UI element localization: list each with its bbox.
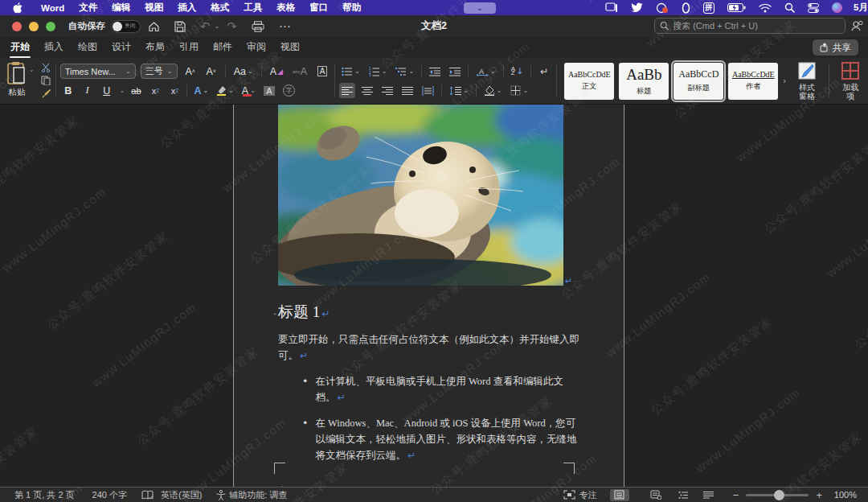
undo-chevron-icon[interactable]: ⌄ [215,23,220,30]
sea-otter-photo[interactable] [278,105,563,286]
shrink-font-button[interactable]: A˅ [203,64,219,79]
styles-gallery-more-icon[interactable]: › [783,76,786,85]
change-case-button[interactable]: Aa⌄ [231,64,256,79]
align-right-button[interactable] [379,83,395,98]
style-title[interactable]: AaBb 标题 [619,63,669,100]
text-effects-button[interactable]: A⌄ [191,83,211,98]
search-field[interactable] [654,18,845,34]
menubar-item-format[interactable]: 格式 [203,2,236,14]
apple-menu-icon[interactable] [13,2,23,14]
language-indicator[interactable]: 英语(英国) [161,489,202,501]
bold-button[interactable]: B [60,83,76,98]
align-center-button[interactable] [359,83,375,98]
numbered-list-button[interactable]: 123 ⌄ [366,64,390,79]
twitter-icon[interactable] [631,2,643,13]
subscript-button[interactable]: x2 [147,83,163,98]
zoom-in-button[interactable]: + [813,489,825,501]
increase-indent-button[interactable] [447,64,463,79]
tab-references[interactable]: 引用 [172,36,206,60]
asian-layout-button[interactable]: A ⌄ [473,64,498,79]
accessibility-status[interactable]: 辅助功能: 调查 [229,489,287,501]
font-color-button[interactable]: A⌄ [240,83,258,98]
cut-icon[interactable] [41,63,51,72]
style-subtitle[interactable]: AaBbCcD 副标题 [674,63,723,100]
character-border-button[interactable]: A [314,64,330,79]
justify-button[interactable] [399,83,416,98]
accessibility-icon[interactable] [216,490,226,500]
menubar-item-table[interactable]: 表格 [269,2,302,14]
menubar-item-insert[interactable]: 插入 [170,2,203,14]
document-canvas[interactable]: ↵ · 标题 1 ↵ 要立即开始，只需点击任何占位符文本（例如此文本）并开始键入… [0,105,868,487]
pinyin-input-icon[interactable]: 拼 [703,2,714,14]
document-page[interactable]: ↵ · 标题 1 ↵ 要立即开始，只需点击任何占位符文本（例如此文本）并开始键入… [233,105,624,487]
tab-insert[interactable]: 插入 [37,36,71,60]
menubar-collapse-chevron-icon[interactable]: ⌄ [464,2,496,14]
menubar-item-file[interactable]: 文件 [72,2,104,14]
proofing-icon[interactable] [141,490,154,500]
format-painter-icon[interactable] [41,88,51,98]
paste-button[interactable]: 粘贴 [6,61,27,98]
undo-icon[interactable]: ↶ [200,19,211,34]
wifi-icon[interactable] [759,3,772,13]
heading-1-text[interactable]: 标题 1 [278,302,320,323]
addins-button[interactable]: 加载项 [833,58,868,104]
strikethrough-button[interactable]: ab [128,83,144,98]
tab-view[interactable]: 视图 [273,36,307,60]
align-left-button[interactable] [339,83,355,98]
menubar-item-word[interactable]: Word [34,3,72,13]
copy-icon[interactable] [41,76,51,85]
tab-layout[interactable]: 布局 [138,36,172,60]
menubar-item-window[interactable]: 窗口 [302,2,335,14]
style-normal[interactable]: AaBbCcDdE 正文 [564,63,614,100]
search-input[interactable] [673,21,840,31]
style-author[interactable]: AaBbCcDdE 作者 [728,63,778,100]
close-window-button[interactable] [12,22,22,31]
paste-chevron-icon[interactable]: ⌄ [29,66,35,73]
focus-mode-button[interactable]: 专注 [563,489,597,501]
grow-font-button[interactable]: A˄ [182,64,199,79]
draft-view-button[interactable] [699,489,719,501]
tab-mailings[interactable]: 邮件 [206,36,240,60]
tab-design[interactable]: 设计 [104,36,138,60]
print-icon[interactable] [252,21,264,32]
minimize-window-button[interactable] [29,22,39,31]
zoom-window-button[interactable] [46,22,55,31]
menubar-date[interactable]: 5月 [854,2,868,14]
zoom-out-button[interactable]: − [731,489,742,501]
italic-button[interactable]: I [80,83,96,98]
outline-view-button[interactable] [674,489,694,501]
spotlight-search-icon[interactable] [784,2,795,13]
decrease-indent-button[interactable] [427,64,443,79]
bullet-item-2[interactable]: • 在 Windows、Mac、Android 或 iOS 设备上使用 Word… [302,415,581,463]
zoom-level[interactable]: 100% [825,490,857,500]
menubar-item-edit[interactable]: 编辑 [104,2,137,14]
tab-review[interactable]: 审阅 [240,36,273,60]
bullet-list-button[interactable]: ⌄ [339,64,362,79]
underline-button[interactable]: U [99,83,115,98]
font-name-select[interactable]: Times New... ⌄ [60,64,136,79]
enclose-characters-button[interactable]: 字 [280,83,297,98]
oval-app-icon[interactable] [682,2,690,14]
home-icon[interactable] [148,21,160,32]
show-marks-button[interactable]: ↵ [536,64,552,79]
multilevel-list-button[interactable]: ⌄ [393,64,416,79]
menubar-item-help[interactable]: 帮助 [335,2,368,14]
immersive-reader-view-button[interactable] [646,489,665,501]
phonetic-guide-button[interactable]: abcA [290,64,309,79]
tab-home[interactable]: 开始 [3,36,37,60]
autosave-toggle[interactable]: 关闭 [111,20,141,33]
app-notification-icon[interactable] [656,2,669,14]
paragraph-1[interactable]: 要立即开始，只需点击任何占位符文本（例如此文本）并开始键入即可。↵ [278,331,581,364]
tab-draw[interactable]: 绘图 [71,36,104,60]
line-spacing-button[interactable]: ⌄ [447,83,471,98]
styles-pane-button[interactable]: 样式窗格 [789,58,824,104]
share-button[interactable]: 共享 [813,39,858,56]
battery-icon[interactable] [727,3,746,12]
page-indicator[interactable]: 第 1 页, 共 2 页 [14,489,75,501]
highlight-button[interactable]: ⌄ [214,83,236,98]
shading-button[interactable]: ⌄ [481,83,505,98]
distribute-text-button[interactable] [420,83,436,98]
superscript-button[interactable]: x2 [166,83,182,98]
save-icon[interactable] [174,21,186,32]
more-commands-icon[interactable]: ⋯ [279,19,291,34]
